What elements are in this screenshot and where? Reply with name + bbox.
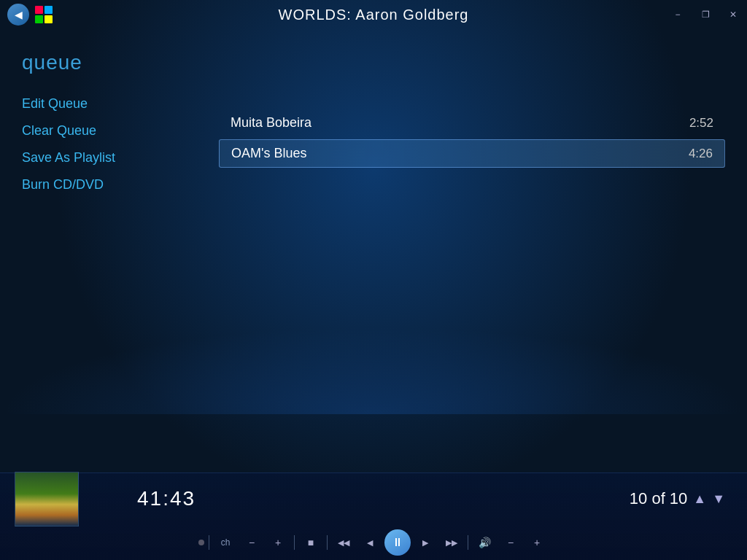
titlebar-back: ◀ — [7, 4, 54, 26]
page-title: WORLDS: Aaron Goldberg — [279, 7, 469, 23]
controls-bar: ch − + ■ ◀◀ ◀ ⏸ ▶ ▶▶ 🔊 − + — [0, 524, 747, 560]
titlebar: ◀ WORLDS: Aaron Goldberg − ❐ ✕ — [0, 0, 747, 29]
divider-4 — [468, 535, 468, 550]
divider-1 — [209, 535, 209, 550]
audio-up-button[interactable]: + — [525, 531, 549, 554]
svg-rect-0 — [35, 6, 43, 14]
vol-down-button[interactable]: − — [240, 531, 263, 554]
sidebar-item-clear-queue[interactable]: Clear Queue — [22, 123, 190, 139]
time-display: 41:43 — [137, 487, 196, 510]
svg-rect-3 — [44, 15, 53, 23]
track-prev-arrow[interactable]: ▲ — [693, 491, 706, 507]
window-controls: − ❐ ✕ — [664, 0, 747, 29]
queue-label: queue — [22, 51, 190, 74]
sidebar: queue Edit Queue Clear Queue Save As Pla… — [0, 36, 212, 472]
minimize-button[interactable]: − — [664, 4, 692, 25]
sidebar-item-burn-cd[interactable]: Burn CD/DVD — [22, 177, 190, 192]
track-item-1[interactable]: Muita Bobeira 2:52 — [219, 109, 725, 136]
close-button[interactable]: ✕ — [719, 4, 747, 25]
bottom-info: 41:43 10 of 10 ▲ ▼ — [0, 473, 747, 524]
bottom-bar: 41:43 10 of 10 ▲ ▼ ch − + ■ ◀◀ ◀ ⏸ ▶ ▶▶ … — [0, 472, 747, 560]
album-art-image — [15, 472, 78, 526]
prev-track-button[interactable]: ◀◀ — [332, 531, 355, 554]
back-button[interactable]: ◀ — [7, 4, 29, 26]
track-position: 10 of 10 — [630, 489, 688, 508]
status-dot — [198, 540, 204, 545]
svg-rect-2 — [35, 15, 43, 23]
next-track-button[interactable]: ▶▶ — [440, 531, 463, 554]
audio-down-button[interactable]: − — [499, 531, 522, 554]
ch-label: ch — [214, 531, 237, 554]
next-button[interactable]: ▶ — [414, 531, 437, 554]
track-counter: 10 of 10 ▲ ▼ — [630, 489, 725, 508]
svg-rect-1 — [44, 6, 53, 14]
sidebar-menu: Edit Queue Clear Queue Save As Playlist … — [22, 96, 190, 192]
track-item-2[interactable]: OAM's Blues 4:26 — [219, 139, 725, 168]
stop-button[interactable]: ■ — [299, 531, 322, 554]
track-duration-1: 2:52 — [689, 116, 713, 131]
divider-3 — [327, 535, 328, 550]
track-next-arrow[interactable]: ▼ — [712, 491, 725, 507]
divider-2 — [294, 535, 295, 550]
track-duration-2: 4:26 — [689, 147, 713, 161]
album-art — [15, 472, 79, 526]
track-name-2: OAM's Blues — [231, 146, 674, 161]
track-name-1: Muita Bobeira — [231, 115, 675, 131]
volume-button[interactable]: 🔊 — [473, 531, 496, 554]
track-list: Muita Bobeira 2:52 OAM's Blues 4:26 — [219, 109, 725, 171]
play-pause-button[interactable]: ⏸ — [384, 529, 411, 556]
windows-logo — [34, 4, 54, 25]
vol-up-button[interactable]: + — [266, 531, 290, 554]
sidebar-item-edit-queue[interactable]: Edit Queue — [22, 96, 190, 112]
prev-button[interactable]: ◀ — [358, 531, 382, 554]
sidebar-item-save-playlist[interactable]: Save As Playlist — [22, 150, 190, 166]
back-icon: ◀ — [15, 9, 23, 20]
restore-button[interactable]: ❐ — [692, 4, 719, 25]
